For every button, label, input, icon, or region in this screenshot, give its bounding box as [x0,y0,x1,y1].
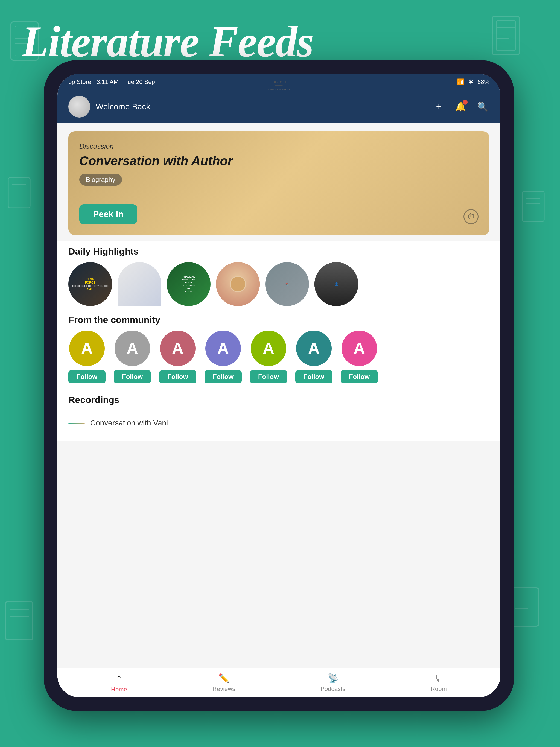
svg-rect-5 [492,17,519,55]
list-item[interactable]: 📚 [265,262,309,306]
daily-highlights-section: Daily Highlights HIMSFORCETHE SECRET HIS… [57,241,501,309]
app-content: Welcome Back + 🔔 🔍 Discuss [57,90,501,697]
highlights-row: HIMSFORCETHE SECRET HISTORY OF THESAS IL… [68,262,489,306]
book-cover-steve-jobs: 👤 [314,262,358,306]
svg-rect-13 [522,191,544,222]
svg-rect-20 [511,588,539,626]
book-cover-5: 📚 [265,262,309,306]
scrollable-content: Daily Highlights HIMSFORCETHE SECRET HIS… [57,241,501,668]
svg-rect-6 [496,21,515,51]
list-item[interactable]: ILLUSTRATED——— SIMPLY SOMETHING [118,262,161,306]
page-title: Literature Feeds [22,17,313,67]
list-item[interactable]: 👤 [314,262,358,306]
svg-rect-16 [5,601,33,640]
svg-rect-10 [8,178,30,208]
list-item[interactable]: PERUMALMURUGANFOURSTROKESOFLUCK [167,262,210,306]
book-cover-coffee [216,262,260,306]
ipad-screen: pp Store 3:11 AM Tue 20 Sep 📶 ✱ 68% Welc… [57,74,501,697]
book-cover-four-strokes: PERUMALMURUGANFOURSTROKESOFLUCK [167,262,210,306]
ipad-device: pp Store 3:11 AM Tue 20 Sep 📶 ✱ 68% Welc… [44,60,514,711]
list-item[interactable] [216,262,260,306]
book-cover-2: ILLUSTRATED——— SIMPLY SOMETHING [118,262,161,306]
